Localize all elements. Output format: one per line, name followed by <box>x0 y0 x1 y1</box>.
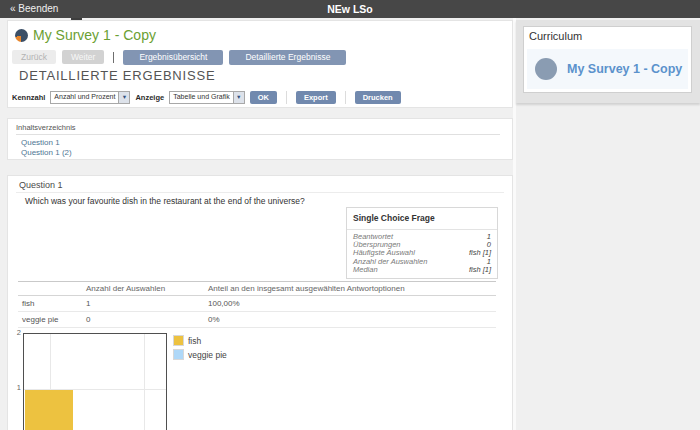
answer-label: veggie pie <box>18 315 86 324</box>
divider <box>16 192 504 193</box>
stats-value: fish [1] <box>469 266 491 274</box>
toolbar-separator <box>345 91 346 104</box>
answers-table: Anzahl der Auswahlen Anteil an den insge… <box>18 281 496 328</box>
legend-label-veggie-pie: veggie pie <box>188 350 227 360</box>
back-button[interactable]: Zurück <box>12 50 56 64</box>
page-title: DETAILLIERTE ERGEBNISSE <box>19 68 215 83</box>
curriculum-sidebar: Curriculum My Survey 1 - Copy <box>516 20 700 103</box>
answer-label: fish <box>18 299 86 308</box>
chart-legend: fish veggie pie <box>173 335 227 363</box>
anzeige-select[interactable]: Tabelle und Grafik ▼ <box>169 91 244 104</box>
detailed-results-button[interactable]: Detaillierte Ergebnisse <box>229 50 346 65</box>
print-button[interactable]: Drucken <box>355 91 401 104</box>
table-row: veggie pie 0 0% <box>18 312 496 328</box>
next-button[interactable]: Weiter <box>62 50 104 64</box>
table-header-row: Anzahl der Auswahlen Anteil an den insge… <box>18 281 496 296</box>
stats-body: Beantwortet 1 Übersprungen 0 Häufigste A… <box>347 230 497 278</box>
kennzahl-select-value: Anzahl und Prozent <box>51 92 118 103</box>
toolbar: Kennzahl Anzahl und Prozent ▼ Anzeige Ta… <box>12 89 401 105</box>
toc-link-question-1-2[interactable]: Question 1 (2) <box>21 148 72 157</box>
bar-fish <box>25 390 73 430</box>
curriculum-item[interactable]: My Survey 1 - Copy <box>527 49 688 89</box>
header-panel: My Survey 1 - Copy Zurück Weiter Ergebni… <box>7 20 513 108</box>
curriculum-title: Curriculum <box>529 30 582 42</box>
toolbar-separator <box>286 91 287 104</box>
question-title: Question 1 <box>19 180 63 190</box>
survey-title: My Survey 1 - Copy <box>33 27 156 43</box>
topbar: « Beenden NEw LSo <box>0 0 700 18</box>
ok-button[interactable]: OK <box>250 91 277 104</box>
bar-chart: 2 1 fish veggie pie <box>8 329 348 430</box>
stats-row: Median fish [1] <box>353 266 491 274</box>
y-axis-tick: 1 <box>8 384 21 392</box>
divider <box>16 134 500 135</box>
question-panel: Question 1 Which was your favourite dish… <box>7 175 513 430</box>
y-axis-tick: 2 <box>8 329 21 337</box>
chevron-down-icon: ▼ <box>118 92 129 103</box>
curriculum-item-link[interactable]: My Survey 1 - Copy <box>567 62 682 76</box>
stats-header: Single Choice Frage <box>347 208 497 230</box>
toc-panel: Inhaltsverzeichnis Question 1 Question 1… <box>7 118 513 160</box>
column-header: Anteil an den insgesamt ausgewählten Ant… <box>208 284 496 293</box>
answer-share: 100,00% <box>208 299 496 308</box>
question-text: Which was your favourite dish in the res… <box>25 196 305 206</box>
answer-count: 1 <box>86 299 208 308</box>
stats-label: Median <box>353 266 378 274</box>
export-button[interactable]: Export <box>296 91 336 104</box>
legend-swatch-fish <box>173 335 184 346</box>
answer-count: 0 <box>86 315 208 324</box>
legend-entry: fish <box>173 335 227 346</box>
kennzahl-label: Kennzahl <box>12 93 45 102</box>
legend-entry: veggie pie <box>173 349 227 360</box>
legend-label-fish: fish <box>188 336 201 346</box>
app-title: NEw LSo <box>0 0 700 18</box>
anzeige-label: Anzeige <box>135 93 164 102</box>
curriculum-panel: Curriculum My Survey 1 - Copy <box>523 26 692 93</box>
table-row: fish 1 100,00% <box>18 296 496 312</box>
gridline <box>144 334 145 430</box>
survey-pie-icon <box>15 29 28 42</box>
item-status-circle <box>535 58 557 80</box>
nav-divider <box>113 52 114 63</box>
toc-title: Inhaltsverzeichnis <box>16 123 76 132</box>
toc-link-question-1[interactable]: Question 1 <box>21 138 60 147</box>
results-overview-button[interactable]: Ergebnisübersicht <box>123 50 223 65</box>
bar-chart-plot <box>23 333 167 430</box>
answer-share: 0% <box>208 315 496 324</box>
chevron-down-icon: ▼ <box>233 92 244 103</box>
legend-swatch-veggie-pie <box>173 349 184 360</box>
column-header: Anzahl der Auswahlen <box>86 284 208 293</box>
question-stats-box: Single Choice Frage Beantwortet 1 Übersp… <box>346 207 498 279</box>
anzeige-select-value: Tabelle und Grafik <box>170 92 232 103</box>
nav-button-row: Zurück Weiter Ergebnisübersicht Detailli… <box>12 50 346 64</box>
kennzahl-select[interactable]: Anzahl und Prozent ▼ <box>50 91 130 104</box>
